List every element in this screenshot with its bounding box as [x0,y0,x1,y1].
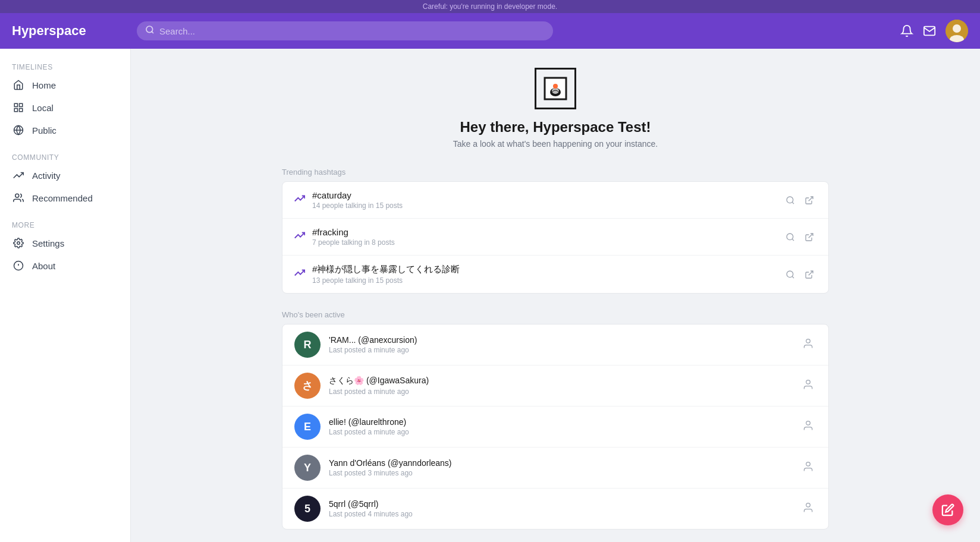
hashtag-row: #caturday 14 people talking in 15 posts [282,182,828,219]
sidebar-item-settings-label: Settings [32,238,64,248]
home-icon [12,80,25,90]
mail-button[interactable] [923,24,936,37]
sidebar-item-activity[interactable]: Activity [0,164,130,187]
search-bar[interactable] [137,21,553,40]
follow-user-button[interactable] [800,458,816,478]
svg-point-3 [953,24,961,33]
active-users-card: R 'RAM... (@anexcursion) Last posted a m… [282,324,829,530]
hashtag-info: #fracking 7 people talking in 8 posts [312,227,776,247]
user-row: Y Yann d'Orléans (@yanndorleans) Last po… [282,448,828,489]
settings-icon [12,238,25,248]
user-row: R 'RAM... (@anexcursion) Last posted a m… [282,324,828,365]
follow-user-button[interactable] [800,376,816,396]
svg-line-27 [792,276,794,278]
svg-line-22 [809,197,813,201]
svg-rect-8 [20,109,23,112]
hashtag-open-button[interactable] [802,267,816,282]
user-meta: Last posted a minute ago [329,428,791,436]
user-info: 'RAM... (@anexcursion) Last posted a min… [329,335,791,354]
user-avatar: R [294,332,321,358]
sidebar-item-activity-label: Activity [32,171,61,181]
user-row: E ellie! (@laurelthrone) Last posted a m… [282,406,828,448]
svg-rect-6 [20,103,23,106]
user-avatar[interactable] [946,20,968,42]
app-brand: Hyperspace [12,23,119,39]
sidebar: Timelines Home Local Publ [0,49,131,542]
local-icon [12,102,25,113]
dev-banner: Careful: you're running in developer mod… [0,0,980,13]
hashtag-name: #神様が隠し事を暴露してくれる診断 [312,264,776,275]
sidebar-item-public[interactable]: Public [0,119,130,141]
sidebar-item-settings[interactable]: Settings [0,232,130,254]
public-icon [12,125,25,136]
user-info: ellie! (@laurelthrone) Last posted a min… [329,417,791,436]
trend-icon [294,193,305,207]
hashtag-open-button[interactable] [802,230,816,244]
sidebar-item-home[interactable]: Home [0,74,130,96]
sidebar-item-local[interactable]: Local [0,96,130,119]
sidebar-item-about-label: About [32,261,55,271]
hashtag-search-button[interactable] [783,230,797,244]
sidebar-item-about[interactable]: About [0,254,130,277]
search-icon [145,25,155,37]
sidebar-item-recommended-label: Recommended [32,193,93,203]
svg-point-23 [787,234,793,240]
sidebar-item-local-label: Local [32,103,54,113]
svg-rect-5 [14,103,17,106]
svg-line-28 [809,271,813,275]
sidebar-item-recommended[interactable]: Recommended [0,187,130,209]
user-meta: Last posted a minute ago [329,346,791,354]
community-section-title: Community [0,149,130,164]
user-info: さくら🌸 (@IgawaSakura) Last posted a minute… [329,376,791,396]
trending-card: #caturday 14 people talking in 15 posts [282,181,829,294]
welcome-subtitle: Take a look at what's been happening on … [282,139,829,149]
trend-icon [294,267,305,281]
notifications-button[interactable] [900,24,913,37]
svg-point-0 [146,26,153,33]
svg-line-25 [809,234,813,238]
navbar-actions [900,20,968,42]
user-avatar: 5 [294,496,321,522]
user-avatar: Y [294,455,321,481]
svg-point-12 [17,242,20,245]
hashtag-actions [783,193,816,207]
welcome-section: Hey there, Hyperspace Test! Take a look … [282,68,829,149]
hashtag-search-button[interactable] [783,267,797,282]
user-avatar: E [294,414,321,440]
user-row: 5 5qrrl (@5qrrl) Last posted 4 minutes a… [282,489,828,529]
hashtag-name: #caturday [312,190,776,200]
svg-rect-7 [14,109,17,112]
svg-line-1 [152,31,153,33]
svg-point-31 [806,421,811,425]
hashtag-row: #fracking 7 people talking in 8 posts [282,219,828,256]
user-name: 5qrrl (@5qrrl) [329,499,791,509]
user-name: Yann d'Orléans (@yanndorleans) [329,458,791,468]
trend-icon [294,230,305,244]
hashtag-search-button[interactable] [783,193,797,207]
user-row: さ さくら🌸 (@IgawaSakura) Last posted a minu… [282,365,828,406]
user-avatar: さ [294,373,321,399]
follow-user-button[interactable] [800,335,816,355]
svg-point-11 [15,194,19,197]
search-input[interactable] [159,26,545,36]
follow-user-button[interactable] [800,499,816,519]
user-info: 5qrrl (@5qrrl) Last posted 4 minutes ago [329,499,791,518]
more-section-title: More [0,216,130,232]
hashtag-actions [783,230,816,244]
main-content: Hey there, Hyperspace Test! Take a look … [258,49,853,542]
compose-button[interactable] [932,494,963,525]
follow-user-button[interactable] [800,417,816,437]
welcome-icon [535,68,576,109]
user-name: ellie! (@laurelthrone) [329,417,791,427]
hashtag-name: #fracking [312,227,776,237]
hashtag-open-button[interactable] [802,193,816,207]
svg-point-29 [806,339,811,343]
svg-point-19 [553,84,558,89]
hashtag-info: #神様が隠し事を暴露してくれる診断 13 people talking in 1… [312,264,776,285]
timelines-section-title: Timelines [0,58,130,74]
user-name: 'RAM... (@anexcursion) [329,335,791,345]
activity-icon [12,170,25,181]
recommended-icon [12,193,25,203]
hashtag-meta: 13 people talking in 15 posts [312,276,776,285]
trending-section-header: Trending hashtags [282,168,829,177]
